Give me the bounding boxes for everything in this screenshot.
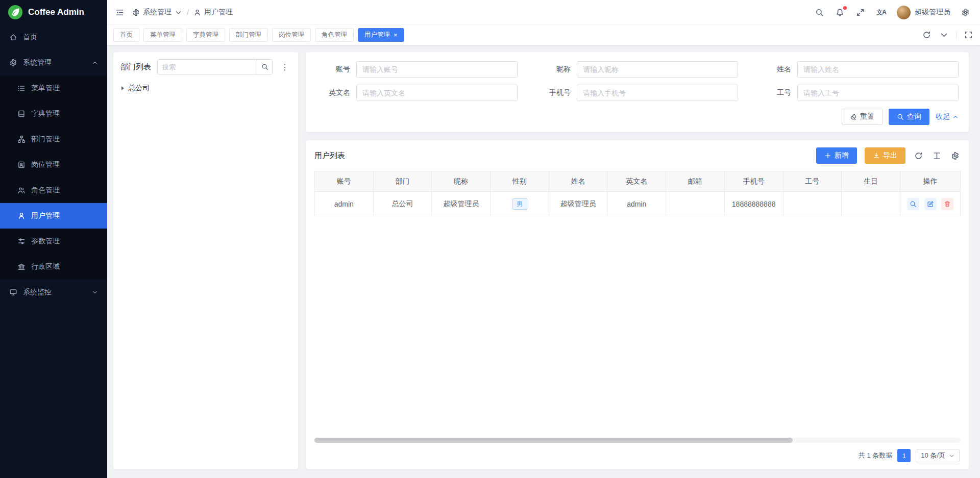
- department-search-button[interactable]: [257, 60, 272, 74]
- notifications-button[interactable]: [835, 7, 845, 18]
- column-height-icon: [933, 152, 941, 160]
- page-size-select[interactable]: 10 条/页: [916, 449, 960, 462]
- sidebar-item-home[interactable]: 首页: [0, 24, 107, 50]
- collapse-form-button[interactable]: 收起: [936, 112, 959, 121]
- app-logo[interactable]: Coffee Admin: [0, 0, 107, 24]
- breadcrumb: 系统管理 / 用户管理: [132, 8, 233, 17]
- menu-fold-icon: [115, 8, 124, 17]
- department-more-button[interactable]: ⋮: [279, 61, 291, 73]
- export-button[interactable]: 导出: [865, 147, 905, 164]
- cell-nickname: 超级管理员: [432, 192, 491, 216]
- right-column: 账号 昵称 姓名 英文名: [306, 52, 969, 469]
- cell-gender: 男: [491, 192, 549, 216]
- divider: [956, 31, 957, 39]
- scrollbar-thumb[interactable]: [314, 438, 793, 443]
- tab-role-mgmt[interactable]: 角色管理: [315, 28, 354, 42]
- sidebar-item-dict-mgmt[interactable]: 字典管理: [0, 101, 107, 127]
- app-title: Coffee Admin: [28, 7, 84, 17]
- chevron-up-icon: [92, 60, 98, 66]
- logo-leaf-icon: [8, 5, 23, 20]
- nickname-input[interactable]: [577, 61, 738, 78]
- sidebar-collapse-button[interactable]: [114, 7, 125, 18]
- cell-birthday: [842, 192, 900, 216]
- sidebar-item-menu-mgmt[interactable]: 菜单管理: [0, 76, 107, 101]
- sidebar-item-region-mgmt[interactable]: 行政区域: [0, 254, 107, 280]
- tab-post-mgmt[interactable]: 岗位管理: [272, 28, 311, 42]
- tabs-menu-button[interactable]: [939, 30, 949, 40]
- translate-button[interactable]: 文A: [875, 7, 887, 18]
- work-no-input[interactable]: [797, 85, 959, 101]
- form-item-nickname: 昵称: [537, 61, 738, 78]
- sidebar-item-post-mgmt[interactable]: 岗位管理: [0, 152, 107, 178]
- fullscreen-button[interactable]: [855, 7, 866, 18]
- breadcrumb-item-system[interactable]: 系统管理: [132, 8, 182, 17]
- account-input[interactable]: [356, 61, 518, 78]
- delete-button[interactable]: [941, 198, 953, 210]
- user-menu[interactable]: 超级管理员: [897, 6, 950, 19]
- cell-department: 总公司: [373, 192, 432, 216]
- username: 超级管理员: [915, 8, 950, 17]
- app-root: Coffee Admin 首页 系统管理 菜单管理 字典管理: [0, 0, 980, 478]
- tab-dict-mgmt[interactable]: 字典管理: [186, 28, 225, 42]
- sidebar-group-label: 系统管理: [23, 58, 52, 67]
- query-button[interactable]: 查询: [889, 109, 929, 125]
- field-label: 昵称: [537, 65, 571, 74]
- sidebar-group-system[interactable]: 系统管理: [0, 50, 107, 76]
- tree-item-label: 总公司: [128, 84, 150, 93]
- sidebar-item-param-mgmt[interactable]: 参数管理: [0, 229, 107, 254]
- table-header-row: 账号 部门 昵称 性别 姓名 英文名 邮箱 手机号 工号 生日 操作: [315, 171, 961, 192]
- breadcrumb-separator: /: [187, 8, 189, 16]
- user-icon: [17, 212, 26, 220]
- reset-button[interactable]: 重置: [842, 109, 883, 125]
- badge-icon: [17, 161, 26, 169]
- phone-input[interactable]: [577, 85, 738, 101]
- download-icon: [873, 152, 880, 159]
- tree-item-company[interactable]: 总公司: [120, 82, 291, 94]
- gender-tag: 男: [512, 198, 527, 210]
- sidebar-group-monitor[interactable]: 系统监控: [0, 280, 107, 305]
- page-1-button[interactable]: 1: [897, 449, 911, 462]
- name-input[interactable]: [797, 61, 959, 78]
- tab-home[interactable]: 首页: [113, 28, 139, 42]
- department-search-input[interactable]: [158, 60, 257, 74]
- column-header-english-name: 英文名: [607, 171, 666, 192]
- global-search-button[interactable]: [814, 7, 825, 18]
- tabs-refresh-button[interactable]: [921, 30, 932, 40]
- form-item-account: 账号: [316, 61, 518, 78]
- department-panel-title: 部门列表: [120, 62, 151, 72]
- tab-menu-mgmt[interactable]: 菜单管理: [143, 28, 182, 42]
- sidebar-item-dept-mgmt[interactable]: 部门管理: [0, 127, 107, 152]
- column-height-button[interactable]: [932, 150, 942, 161]
- department-panel: 部门列表 ⋮ 总公司: [113, 52, 298, 469]
- avatar: [897, 6, 911, 19]
- english-name-input[interactable]: [356, 85, 518, 101]
- tab-close-icon[interactable]: ×: [394, 32, 398, 38]
- refresh-table-button[interactable]: [913, 150, 924, 161]
- tab-label: 首页: [120, 31, 133, 39]
- column-header-birthday: 生日: [842, 171, 900, 192]
- view-icon: [910, 200, 917, 208]
- chevron-down-icon: [92, 289, 98, 295]
- sidebar-item-label: 用户管理: [31, 211, 60, 220]
- tab-user-mgmt[interactable]: 用户管理 ×: [358, 28, 404, 42]
- settings-button[interactable]: [960, 7, 971, 18]
- horizontal-scrollbar[interactable]: [314, 438, 961, 443]
- view-button[interactable]: [907, 198, 919, 210]
- table-settings-button[interactable]: [950, 150, 961, 161]
- sidebar-menu: 首页 系统管理 菜单管理 字典管理 部门管理: [0, 24, 107, 478]
- tab-label: 岗位管理: [279, 31, 304, 39]
- tab-dept-mgmt[interactable]: 部门管理: [229, 28, 268, 42]
- table-title: 用户列表: [314, 151, 345, 161]
- department-panel-header: 部门列表 ⋮: [120, 59, 291, 74]
- add-button[interactable]: 新增: [816, 147, 857, 164]
- column-header-nickname: 昵称: [432, 171, 491, 192]
- content-fullscreen-button[interactable]: [963, 30, 974, 40]
- sidebar-item-user-mgmt[interactable]: 用户管理: [0, 203, 107, 229]
- search-form-grid: 账号 昵称 姓名 英文名: [316, 61, 959, 101]
- sidebar-item-role-mgmt[interactable]: 角色管理: [0, 178, 107, 203]
- sidebar-item-label: 首页: [23, 33, 37, 42]
- breadcrumb-item-users[interactable]: 用户管理: [193, 8, 233, 17]
- edit-button[interactable]: [924, 198, 937, 210]
- column-header-work-no: 工号: [783, 171, 842, 192]
- cell-phone: 18888888888: [724, 192, 783, 216]
